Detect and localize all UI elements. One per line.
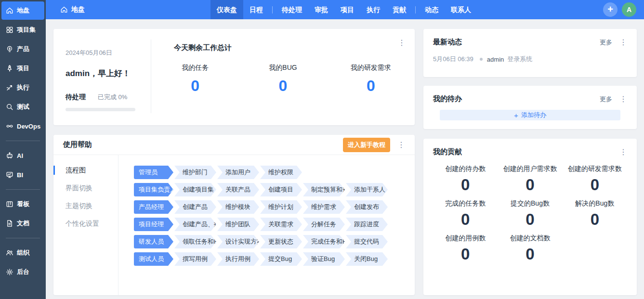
tab-dynamics[interactable]: 动态: [419, 0, 445, 19]
flow-step-chip[interactable]: 领取任务和Bu: [174, 235, 216, 248]
contribution-stat-label: 创建的研发需求数: [563, 165, 627, 173]
flow-step-chip[interactable]: 提交代码: [346, 235, 388, 248]
monitor-chart-icon: [6, 171, 13, 179]
todo-title: 我的待办: [433, 94, 462, 104]
kebab-menu-icon[interactable]: ⋮: [619, 39, 627, 46]
sidebar-item-test[interactable]: 测试: [1, 98, 44, 116]
completed-percent-label: 已完成 0%: [98, 93, 127, 102]
sidebar-item-label: AI: [17, 152, 23, 159]
greeting-pane: 2024年05月06日 admin，早上好！ 待处理 已完成 0%: [53, 29, 151, 125]
role-chip: 项目集负责人: [134, 183, 173, 196]
sidebar-item-organization[interactable]: 组织: [1, 244, 44, 262]
flow-step-chip[interactable]: 设计实现方案: [217, 235, 259, 248]
flow-step-chip[interactable]: 制定预算和规: [303, 183, 345, 196]
create-button[interactable]: +: [603, 2, 618, 17]
role-chip: 测试人员: [134, 252, 173, 266]
flow-step-chip[interactable]: 执行用例: [217, 252, 259, 266]
sidebar-divider: [6, 189, 40, 190]
sidebar-item-project-set[interactable]: 项目集: [1, 21, 44, 39]
flow-step-chip[interactable]: 关联需求: [260, 218, 302, 231]
tab-pending[interactable]: 待处理: [276, 0, 308, 19]
dot-icon: [480, 58, 483, 61]
flow-step-chip[interactable]: 更新状态: [260, 235, 302, 248]
more-link[interactable]: 更多: [600, 95, 612, 104]
kebab-menu-icon[interactable]: ⋮: [619, 148, 627, 156]
flow-step-chip[interactable]: 提交Bug: [260, 252, 302, 266]
contribution-stats: 创建的待办数 0 创建的用户需求数 0 创建的研发需求数 0 完成的任务数 0 …: [433, 165, 627, 263]
help-tab-theme-switch[interactable]: 主题切换: [53, 197, 118, 215]
flow-step-chip[interactable]: 维护计划: [260, 200, 302, 214]
flow-step-chip[interactable]: 创建项目集: [174, 183, 216, 196]
contribution-stat-label: 创建的文档数: [498, 234, 562, 243]
flow-step-chip[interactable]: 维护团队: [217, 218, 259, 231]
tutorial-button[interactable]: 进入新手教程: [343, 138, 390, 152]
sidebar-item-home[interactable]: 地盘: [1, 1, 44, 20]
help-tab-ui-switch[interactable]: 界面切换: [53, 179, 118, 197]
flow-step-chip[interactable]: 维护部门: [174, 166, 216, 179]
kebab-menu-icon[interactable]: ⋮: [397, 141, 405, 149]
my-contribution-card: 我的贡献 ⋮ 创建的待办数 0 创建的用户需求数 0 创建的研发需求数 0: [423, 139, 637, 295]
sidebar-item-project[interactable]: 项目: [1, 59, 44, 78]
help-tab-personalization[interactable]: 个性化设置: [53, 215, 118, 233]
tab-project[interactable]: 项目: [334, 0, 360, 19]
sidebar-item-label: 组织: [17, 248, 29, 257]
avatar[interactable]: A: [622, 2, 636, 17]
work-stat: 我的研发需求 0: [327, 64, 415, 95]
flow-step-chip[interactable]: 分解任务: [303, 218, 345, 231]
grid-icon: [6, 26, 13, 34]
tab-review[interactable]: 审批: [308, 0, 334, 19]
magnifier-icon: [6, 103, 13, 111]
flow-step-chip[interactable]: 完成任务和Bu: [303, 235, 345, 248]
contribution-stat-value: 0: [498, 245, 562, 263]
flow-step-chip[interactable]: 维护模块: [217, 200, 259, 214]
contribution-stat-value: 0: [563, 210, 627, 229]
sidebar-item-kanban[interactable]: 看板: [1, 195, 44, 213]
tab-dashboard[interactable]: 仪表盘: [210, 0, 243, 19]
contribution-stat-value: 0: [498, 210, 562, 229]
help-tab-flowchart[interactable]: 流程图: [53, 161, 118, 179]
kebab-menu-icon[interactable]: ⋮: [398, 39, 406, 47]
tab-contacts[interactable]: 联系人: [445, 0, 477, 19]
sidebar-item-label: 项目集: [17, 26, 36, 34]
contribution-stat-value: 0: [433, 176, 498, 194]
flow-step-chip[interactable]: 添加干系人: [346, 183, 388, 196]
sidebar-item-ai[interactable]: AI: [1, 146, 44, 165]
flow-step-chip[interactable]: 创建项目: [260, 183, 302, 196]
navbar-actions: + A: [603, 2, 636, 17]
flow-step-chip[interactable]: 关联产品: [217, 183, 259, 196]
flow-step-chip[interactable]: 验证Bug: [303, 252, 345, 266]
tab-contribution[interactable]: 贡献: [386, 0, 412, 19]
work-summary-title: 今天剩余工作总计: [174, 43, 415, 52]
flow-step-chip[interactable]: 创建产品、执: [174, 218, 216, 231]
sidebar-item-devops[interactable]: DevOps: [1, 117, 44, 135]
sidebar-item-admin[interactable]: 后台: [1, 263, 44, 281]
pending-label: 待处理: [66, 93, 86, 102]
more-link[interactable]: 更多: [600, 38, 612, 47]
work-stat: 我的任务 0: [151, 64, 239, 95]
flow-step-chip[interactable]: 跟踪进度: [346, 218, 388, 231]
sidebar-item-bi[interactable]: BI: [1, 166, 44, 184]
tab-execution[interactable]: 执行: [360, 0, 386, 19]
sidebar-item-product[interactable]: 产品: [1, 40, 44, 58]
flow-step-chip[interactable]: 添加用户: [217, 166, 259, 179]
flow-step-chip[interactable]: 关闭Bug: [346, 252, 388, 266]
add-todo-button[interactable]: + 添加待办: [440, 110, 620, 120]
latest-activity-card: 最新动态 更多 ⋮ 5月06日 06:39 admin 登录系统: [423, 29, 637, 77]
sidebar-item-execution[interactable]: 执行: [1, 78, 44, 97]
contribution-stat-value: 0: [498, 176, 562, 194]
sidebar-item-doc[interactable]: 文档: [1, 214, 44, 233]
flow-step-chip[interactable]: 维护权限: [260, 166, 302, 179]
tab-calendar[interactable]: 日程: [243, 0, 269, 19]
flow-step-chip[interactable]: 创建发布: [346, 200, 388, 214]
robot-icon: [6, 152, 13, 159]
document-icon: [6, 220, 13, 227]
navbar-brand[interactable]: 地盘: [60, 5, 85, 14]
work-stat-label: 我的任务: [151, 64, 239, 72]
contribution-stat-label: 解决的Bug数: [563, 199, 627, 208]
flow-step-chip[interactable]: 撰写用例: [174, 252, 216, 266]
flow-step-chip[interactable]: 维护需求: [303, 200, 345, 214]
flow-step-chip[interactable]: 创建产品: [174, 200, 216, 214]
sidebar-item-label: 执行: [17, 83, 29, 92]
activity-user: admin: [487, 56, 504, 63]
kebab-menu-icon[interactable]: ⋮: [619, 95, 627, 103]
